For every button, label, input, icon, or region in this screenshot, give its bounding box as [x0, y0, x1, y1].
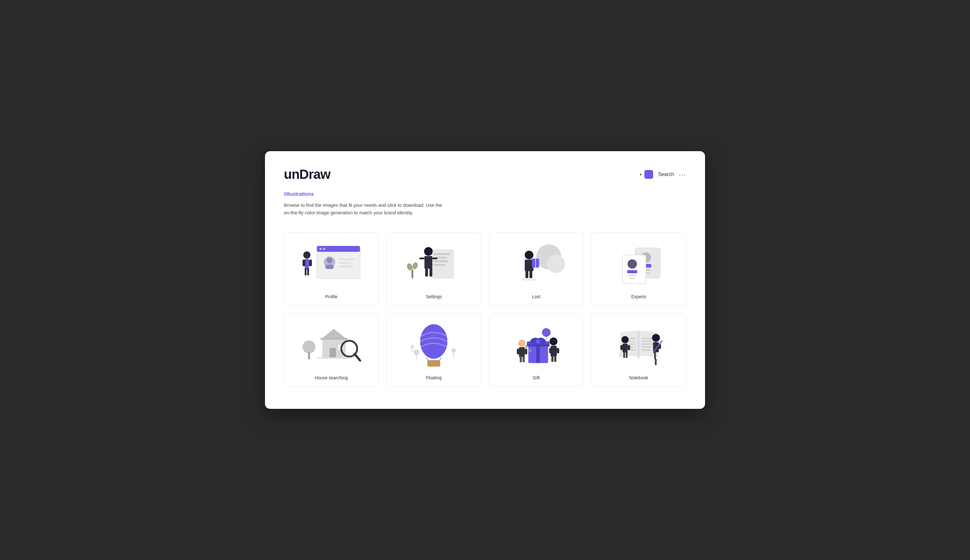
svg-point-89 — [550, 338, 557, 345]
svg-rect-47 — [628, 275, 636, 276]
svg-rect-13 — [309, 260, 312, 266]
svg-rect-110 — [623, 352, 625, 358]
svg-marker-53 — [321, 338, 348, 340]
card-gift[interactable]: Gift — [489, 313, 584, 387]
svg-rect-119 — [655, 358, 657, 365]
svg-point-49 — [303, 340, 316, 353]
svg-rect-27 — [412, 269, 413, 278]
svg-rect-48 — [629, 277, 635, 279]
svg-point-78 — [536, 339, 540, 344]
svg-rect-103 — [642, 343, 653, 344]
card-label-house-searching: House searching — [315, 375, 348, 380]
svg-rect-84 — [519, 347, 525, 357]
svg-point-70 — [452, 348, 456, 353]
card-settings[interactable]: Settings — [386, 232, 481, 306]
svg-rect-22 — [424, 256, 432, 269]
svg-rect-104 — [642, 347, 652, 348]
svg-rect-9 — [338, 266, 353, 267]
svg-rect-25 — [425, 267, 428, 277]
svg-rect-65 — [427, 360, 440, 367]
card-label-experts: Experts — [631, 294, 646, 299]
svg-rect-88 — [523, 356, 525, 362]
svg-point-3 — [323, 248, 325, 250]
chevron-down-icon[interactable]: ▾ — [640, 172, 642, 177]
card-profile[interactable]: Profile — [284, 232, 379, 306]
svg-point-81 — [528, 348, 532, 352]
svg-point-106 — [622, 336, 628, 343]
illustration-notebook — [598, 320, 680, 370]
illustration-house-searching — [290, 320, 372, 370]
svg-rect-102 — [642, 341, 652, 342]
illustration-lost — [495, 239, 577, 289]
svg-point-38 — [521, 278, 537, 281]
card-label-notebook: Notebook — [629, 375, 648, 380]
svg-rect-93 — [551, 355, 553, 362]
card-floating[interactable]: Floating — [386, 313, 481, 387]
svg-rect-75 — [527, 344, 550, 347]
illustration-gift — [495, 320, 577, 370]
svg-rect-36 — [525, 270, 528, 278]
svg-rect-15 — [307, 268, 309, 276]
logo: unDraw — [284, 167, 330, 182]
svg-rect-50 — [308, 352, 310, 360]
svg-rect-6 — [325, 265, 334, 269]
card-label-gift: Gift — [533, 375, 540, 380]
svg-rect-54 — [329, 348, 336, 358]
illustration-floating — [393, 320, 475, 370]
svg-rect-87 — [520, 356, 522, 362]
svg-point-79 — [542, 328, 550, 337]
header-right: ▾ Search ··· — [640, 170, 686, 179]
svg-rect-91 — [557, 348, 559, 353]
illustration-profile — [290, 239, 372, 289]
svg-rect-92 — [549, 348, 552, 353]
svg-rect-26 — [429, 267, 432, 277]
svg-point-2 — [319, 248, 322, 250]
svg-rect-23 — [419, 257, 424, 259]
description: Browse to find the images that fit your … — [284, 202, 447, 217]
svg-rect-107 — [623, 343, 628, 353]
svg-rect-14 — [305, 268, 307, 276]
svg-rect-7 — [338, 258, 355, 260]
svg-rect-85 — [517, 348, 519, 354]
svg-point-5 — [327, 257, 332, 263]
svg-rect-37 — [529, 270, 532, 278]
illustrations-grid: Profile — [284, 232, 686, 387]
card-label-floating: Floating — [426, 375, 442, 380]
card-experts[interactable]: Experts — [591, 232, 686, 306]
main-window: unDraw ▾ Search ··· /illustrations Brows… — [265, 151, 705, 409]
svg-point-31 — [547, 255, 565, 273]
svg-rect-44 — [623, 255, 646, 283]
more-options-button[interactable]: ··· — [679, 171, 686, 178]
color-swatch[interactable] — [644, 170, 653, 179]
svg-rect-12 — [303, 260, 305, 266]
illustration-experts — [598, 239, 680, 289]
svg-rect-46 — [627, 270, 637, 273]
card-label-profile: Profile — [325, 294, 338, 299]
breadcrumb[interactable]: /illustrations — [284, 192, 686, 197]
svg-rect-118 — [654, 352, 656, 360]
svg-point-29 — [412, 262, 419, 270]
svg-rect-8 — [338, 262, 351, 264]
svg-point-112 — [652, 334, 660, 342]
svg-point-83 — [518, 340, 525, 347]
svg-rect-24 — [432, 257, 437, 259]
svg-point-68 — [410, 345, 414, 348]
svg-rect-108 — [620, 345, 623, 350]
svg-point-66 — [413, 350, 419, 355]
svg-rect-19 — [433, 260, 448, 262]
svg-rect-94 — [554, 355, 557, 362]
search-button[interactable]: Search — [658, 172, 674, 177]
svg-point-32 — [525, 251, 533, 259]
card-label-lost: Lost — [532, 294, 540, 299]
card-house-searching[interactable]: House searching — [284, 313, 379, 387]
card-lost[interactable]: Lost — [489, 232, 584, 306]
color-picker-wrapper: ▾ — [640, 170, 653, 179]
svg-point-21 — [424, 247, 433, 255]
card-notebook[interactable]: Notebook — [591, 313, 686, 387]
svg-point-45 — [628, 259, 637, 269]
svg-rect-17 — [433, 253, 450, 255]
illustration-settings — [393, 239, 475, 289]
svg-rect-86 — [525, 348, 527, 354]
svg-point-62 — [420, 324, 448, 359]
svg-rect-61 — [317, 357, 353, 359]
